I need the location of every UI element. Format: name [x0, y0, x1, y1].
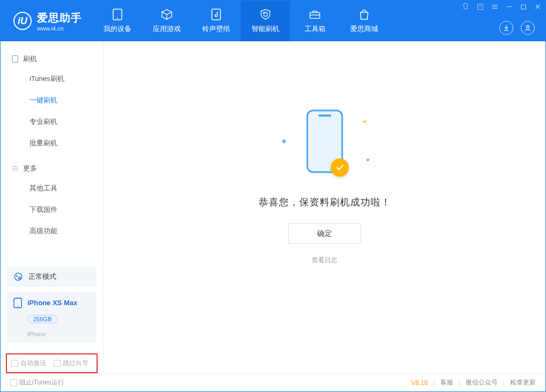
- account-button[interactable]: [521, 21, 535, 35]
- device-type: iPhone: [27, 331, 90, 337]
- side-group-title: 刷机: [23, 54, 37, 64]
- side-group-flash: 刷机 iTunes刷机 一键刷机 专业刷机 批量刷机: [1, 50, 103, 154]
- options-row: 自动激活 跳过向导: [6, 353, 98, 373]
- footer-link-wechat[interactable]: 微信公众号: [466, 378, 498, 387]
- side-item-pro[interactable]: 专业刷机: [1, 111, 103, 132]
- svg-point-15: [527, 25, 529, 28]
- svg-point-22: [18, 277, 20, 279]
- mode-label: 正常模式: [28, 272, 56, 282]
- phone-icon: [11, 55, 19, 63]
- top-nav: 我的设备 应用游戏 铃声壁纸 智能刷机: [93, 1, 389, 41]
- success-message: 恭喜您，保资料刷机成功啦！: [259, 196, 391, 209]
- header-actions: [499, 21, 535, 35]
- nav-label: 爱思商城: [350, 24, 378, 34]
- app-url: www.i4.cn: [37, 25, 82, 32]
- note-icon[interactable]: [477, 3, 484, 12]
- success-panel: 恭喜您，保资料刷机成功啦！ 确定 查看日志: [259, 110, 391, 265]
- side-group-title: 更多: [23, 164, 37, 173]
- nav-apps[interactable]: 应用游戏: [142, 1, 191, 41]
- svg-rect-3: [310, 12, 320, 18]
- nav-media[interactable]: 铃声壁纸: [191, 1, 241, 41]
- shirt-icon[interactable]: [462, 3, 469, 12]
- refresh-shield-icon: [259, 8, 272, 21]
- version-label: V8.16: [411, 379, 427, 387]
- side-item-batch[interactable]: 批量刷机: [1, 132, 103, 154]
- nav-label: 应用游戏: [153, 24, 181, 34]
- body: 刷机 iTunes刷机 一键刷机 专业刷机 批量刷机 更多 其他工具: [1, 41, 545, 373]
- svg-point-20: [14, 273, 22, 280]
- phone-icon: [111, 8, 124, 21]
- side-group-more: 更多 其他工具 下载固件 高级功能: [1, 159, 103, 242]
- check-badge-icon: [330, 159, 349, 177]
- toolbox-icon: [308, 8, 321, 21]
- sparkle-icon: [363, 120, 366, 124]
- sparkle-icon: [282, 139, 286, 144]
- svg-rect-16: [12, 56, 18, 63]
- svg-point-21: [16, 275, 18, 277]
- more-icon: [11, 165, 19, 172]
- logo-icon: iU: [13, 12, 32, 30]
- app-name: 爱思助手: [37, 11, 82, 25]
- titlebar: iU 爱思助手 www.i4.cn 我的设备 应用游戏: [1, 1, 545, 41]
- skip-guide-checkbox[interactable]: 跳过向导: [54, 359, 88, 368]
- bag-icon: [358, 8, 371, 21]
- success-illustration: [279, 110, 370, 180]
- svg-point-1: [117, 18, 118, 19]
- nav-flash[interactable]: 智能刷机: [241, 1, 290, 41]
- nav-label: 铃声壁纸: [202, 24, 230, 34]
- device-panel: 正常模式 iPhone XS Max 256GB iPhone: [1, 261, 103, 353]
- block-itunes-checkbox[interactable]: 阻止iTunes运行: [10, 378, 64, 387]
- minimize-icon[interactable]: [506, 3, 513, 12]
- maximize-icon[interactable]: [520, 3, 527, 12]
- ok-button[interactable]: 确定: [288, 224, 361, 244]
- side-header: 刷机: [1, 50, 103, 68]
- nav-label: 工具箱: [305, 24, 326, 34]
- close-icon[interactable]: [534, 3, 541, 12]
- device-storage: 256GB: [27, 315, 57, 323]
- mode-icon: [13, 272, 23, 282]
- side-item-other[interactable]: 其他工具: [1, 177, 103, 199]
- svg-rect-12: [521, 5, 526, 9]
- device-name: iPhone XS Max: [27, 299, 77, 307]
- menu-icon[interactable]: [491, 3, 498, 12]
- view-log-link[interactable]: 查看日志: [259, 256, 391, 265]
- phone-illustration-icon: [306, 110, 343, 173]
- footer-link-support[interactable]: 客服: [440, 378, 453, 387]
- download-button[interactable]: [499, 21, 513, 35]
- auto-activate-checkbox[interactable]: 自动激活: [11, 359, 46, 368]
- sparkle-icon: [366, 158, 370, 162]
- statusbar: 阻止iTunes运行 V8.16 | 客服 | 微信公众号 | 检查更新: [1, 373, 545, 391]
- nav-tools[interactable]: 工具箱: [290, 1, 340, 41]
- nav-label: 我的设备: [104, 24, 131, 34]
- app-window: iU 爱思助手 www.i4.cn 我的设备 应用游戏: [0, 0, 546, 392]
- window-controls: [462, 3, 541, 12]
- side-item-oneclick[interactable]: 一键刷机: [1, 90, 103, 111]
- sidebar: 刷机 iTunes刷机 一键刷机 专业刷机 批量刷机 更多 其他工具: [1, 41, 104, 373]
- side-item-itunes[interactable]: iTunes刷机: [1, 68, 103, 90]
- footer-link-update[interactable]: 检查更新: [510, 378, 536, 387]
- device-icon: [13, 298, 23, 307]
- app-logo: iU 爱思助手 www.i4.cn: [1, 1, 93, 41]
- device-box[interactable]: iPhone XS Max 256GB iPhone: [7, 292, 97, 343]
- svg-point-24: [17, 306, 18, 307]
- side-header: 更多: [1, 159, 103, 177]
- side-item-advanced[interactable]: 高级功能: [1, 220, 103, 242]
- music-file-icon: [210, 8, 223, 21]
- nav-label: 智能刷机: [252, 24, 279, 34]
- side-item-firmware[interactable]: 下载固件: [1, 199, 103, 220]
- cube-icon: [160, 8, 173, 21]
- nav-store[interactable]: 爱思商城: [340, 1, 389, 41]
- nav-device[interactable]: 我的设备: [93, 1, 142, 41]
- main-content: 恭喜您，保资料刷机成功啦！ 确定 查看日志: [104, 41, 545, 373]
- mode-box[interactable]: 正常模式: [7, 267, 97, 287]
